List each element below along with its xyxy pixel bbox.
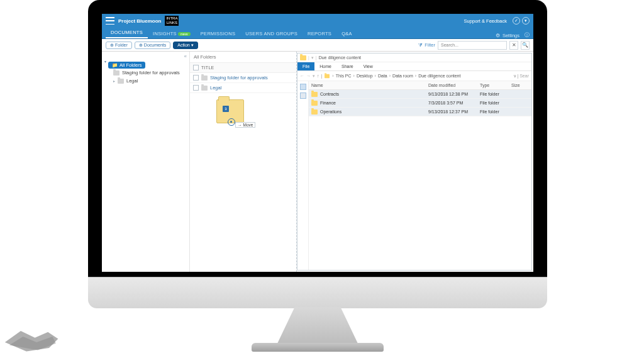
explorer-qat-divider: | xyxy=(308,55,309,60)
drag-cursor-icon xyxy=(228,118,235,126)
drag-drop-area[interactable]: 3 → Move xyxy=(190,93,296,169)
list-header: All Folders xyxy=(190,52,296,63)
nav-back-icon[interactable]: ← xyxy=(300,74,304,78)
search-input[interactable]: Search... xyxy=(438,41,507,50)
folder-tree-pane: « ▾ 📁 All Folders Staging folder for app… xyxy=(102,52,190,272)
brand-logo: INTRA LINKS xyxy=(165,16,179,26)
tab-permissions[interactable]: PERMISSIONS xyxy=(196,29,240,38)
explorer-address-bar[interactable]: ← → ▾ ↑ | › This PC› Desktop› Data› Data… xyxy=(297,71,531,81)
folder-icon xyxy=(201,76,208,81)
quick-access-icon[interactable] xyxy=(300,84,306,90)
gear-icon[interactable]: ⚙ xyxy=(496,33,500,38)
col-type[interactable]: Type xyxy=(477,83,509,87)
nav-up-icon[interactable]: ↑ xyxy=(317,74,319,78)
support-link[interactable]: Support & Feedback xyxy=(464,18,507,24)
explorer-columns: Name Date modified Type Size xyxy=(309,81,531,90)
row-checkbox[interactable] xyxy=(193,85,199,91)
folder-icon xyxy=(300,55,306,60)
folder-icon xyxy=(113,70,119,76)
help-icon[interactable]: ✓ xyxy=(513,17,520,25)
add-documents-button[interactable]: ⊕ Documents xyxy=(135,42,170,49)
nav-fwd-icon[interactable]: → xyxy=(306,74,311,78)
search-button[interactable]: 🔍 xyxy=(521,41,530,50)
monitor-chin xyxy=(88,277,547,308)
drag-count-badge: 3 xyxy=(223,106,229,112)
add-folder-button[interactable]: ⊕ Folder xyxy=(106,42,132,49)
ribbon-tab-file[interactable]: File xyxy=(297,62,314,70)
ribbon-tab-view[interactable]: View xyxy=(358,62,378,70)
list-row-staging[interactable]: Staging folder for approvals xyxy=(190,73,296,83)
folder-icon xyxy=(325,74,330,77)
list-row-legal[interactable]: Legal xyxy=(190,83,296,93)
col-size[interactable]: Size xyxy=(509,83,531,87)
app-topbar: Project Bluemoon INTRA LINKS Support & F… xyxy=(102,14,533,28)
chevron-down-icon[interactable]: ▾ xyxy=(104,59,106,64)
tab-reports[interactable]: REPORTS xyxy=(303,29,336,38)
menu-icon[interactable] xyxy=(106,17,114,25)
monitor-base xyxy=(252,343,384,352)
explorer-file-list: Name Date modified Type Size Contracts 9… xyxy=(309,81,531,270)
explorer-title: Due diligence content xyxy=(319,55,361,60)
chevron-right-icon: ▸ xyxy=(113,79,115,83)
action-menu-button[interactable]: Action ▾ xyxy=(173,42,197,49)
col-date[interactable]: Date modified xyxy=(426,83,477,87)
clear-search-button[interactable]: ✕ xyxy=(509,41,518,50)
tree-item-legal[interactable]: ▸ Legal xyxy=(104,77,188,85)
drag-tooltip: → Move xyxy=(235,122,255,128)
monitor-frame: Project Bluemoon INTRA LINKS Support & F… xyxy=(88,0,547,289)
folder-icon xyxy=(201,86,208,91)
new-badge: new xyxy=(178,32,191,36)
tab-documents[interactable]: DOCUMENTS xyxy=(106,28,148,38)
col-name[interactable]: Name xyxy=(309,83,426,87)
explorer-row[interactable]: Operations 9/13/2018 12:37 PM File folde… xyxy=(309,108,531,116)
explorer-row[interactable]: Finance 7/3/2018 3:57 PM File folder xyxy=(309,99,531,108)
folder-list-pane: All Folders TITLE Staging folder for app… xyxy=(190,52,297,272)
settings-link[interactable]: Settings xyxy=(502,33,519,38)
list-columns: TITLE xyxy=(190,63,296,73)
nav-tabs: DOCUMENTS INSIGHTSnew PERMISSIONS USERS … xyxy=(102,28,533,39)
explorer-ribbon-tabs: File Home Share View xyxy=(297,62,531,71)
explorer-search[interactable]: Sear xyxy=(519,74,529,78)
col-title[interactable]: TITLE xyxy=(201,64,296,72)
filter-button[interactable]: ⧩ Filter xyxy=(418,42,435,48)
decorative-smudge xyxy=(4,319,60,354)
quick-access-icon[interactable] xyxy=(300,92,306,99)
toolbar: ⊕ Folder ⊕ Documents Action ▾ ⧩ Filter S… xyxy=(102,39,533,52)
tab-insights[interactable]: INSIGHTSnew xyxy=(148,29,196,38)
folder-icon xyxy=(311,101,318,106)
project-title: Project Bluemoon xyxy=(118,18,161,24)
monitor-stand xyxy=(277,307,358,345)
folder-icon xyxy=(118,79,124,84)
funnel-icon: ⧩ xyxy=(418,42,423,48)
explorer-row[interactable]: Contracts 9/13/2018 12:38 PM File folder xyxy=(309,90,531,99)
ribbon-tab-home[interactable]: Home xyxy=(314,62,336,70)
folder-icon xyxy=(311,109,318,115)
explorer-titlebar[interactable]: | ▾ | Due diligence content xyxy=(297,53,531,62)
folder-icon xyxy=(311,92,318,97)
select-all-checkbox[interactable] xyxy=(193,65,199,70)
tab-users-groups[interactable]: USERS AND GROUPS xyxy=(240,29,303,38)
app-screen: Project Bluemoon INTRA LINKS Support & F… xyxy=(102,14,533,272)
row-checkbox[interactable] xyxy=(193,75,199,81)
user-menu-icon[interactable]: ▾ xyxy=(522,17,530,25)
explorer-quick-access xyxy=(297,81,309,270)
info-icon[interactable]: ⓘ xyxy=(525,32,530,38)
tree-root[interactable]: 📁 All Folders xyxy=(108,62,145,69)
tab-qa[interactable]: Q&A xyxy=(336,29,357,38)
ribbon-tab-share[interactable]: Share xyxy=(336,62,358,70)
file-explorer-window: | ▾ | Due diligence content File Home Sh… xyxy=(297,53,532,271)
main-area: « ▾ 📁 All Folders Staging folder for app… xyxy=(102,52,533,272)
tree-item-staging[interactable]: Staging folder for approvals xyxy=(104,69,188,77)
collapse-tree-icon[interactable]: « xyxy=(184,53,187,59)
